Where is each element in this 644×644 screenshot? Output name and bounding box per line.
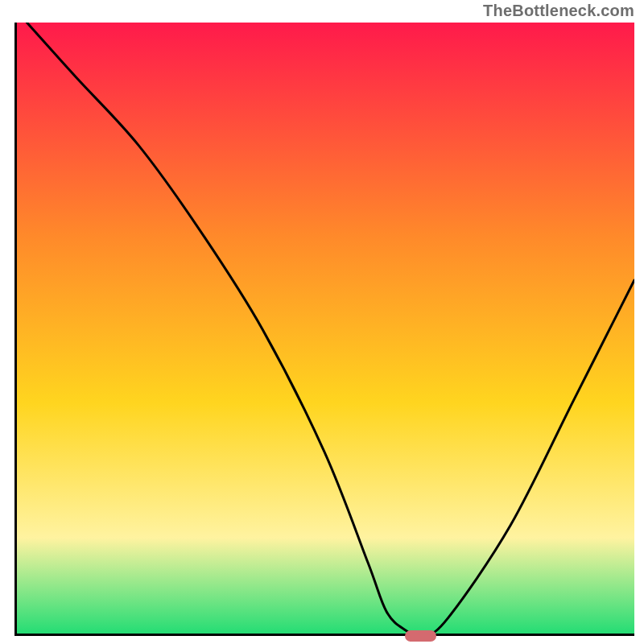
chart-frame: TheBottleneck.com bbox=[0, 0, 644, 644]
gradient-background bbox=[14, 23, 634, 636]
minimum-marker bbox=[405, 630, 436, 642]
x-axis bbox=[14, 634, 634, 636]
plot-area bbox=[14, 23, 634, 636]
attribution-text: TheBottleneck.com bbox=[483, 2, 634, 20]
plot-svg bbox=[14, 23, 634, 636]
y-axis bbox=[14, 23, 17, 636]
